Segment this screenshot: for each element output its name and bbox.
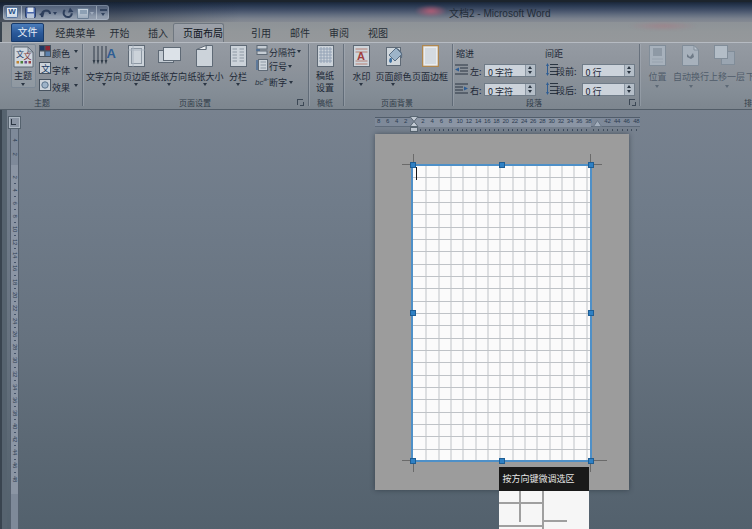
svg-text:A: A [107, 46, 117, 61]
svg-text:文: 文 [23, 50, 31, 61]
svg-text:A: A [357, 50, 365, 62]
svg-text:文: 文 [41, 62, 50, 74]
